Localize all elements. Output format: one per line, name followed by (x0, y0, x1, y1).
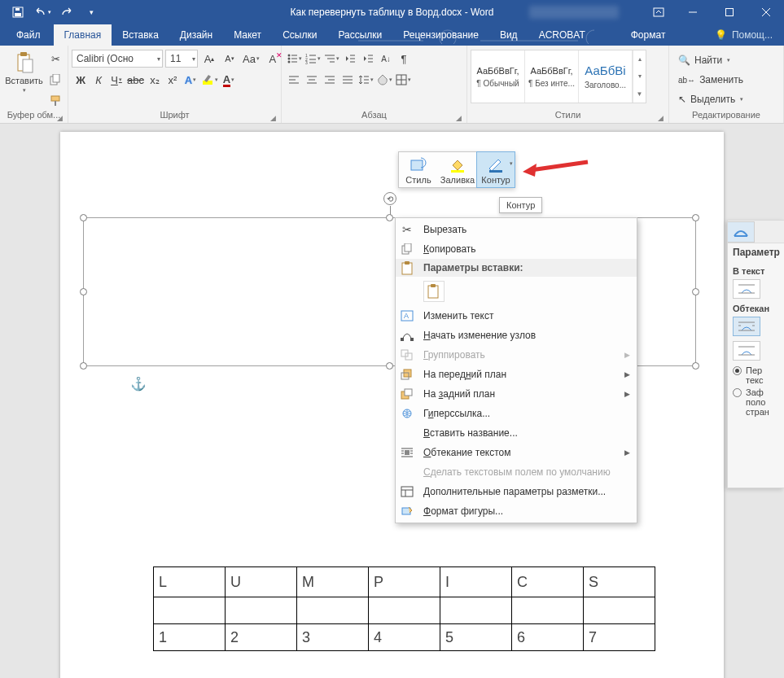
clear-formatting-button[interactable]: A✕ (264, 50, 282, 68)
resize-handle-tr[interactable] (692, 214, 699, 221)
styles-launcher[interactable]: ◢ (658, 114, 664, 122)
ctx-more-layout[interactable]: Дополнительные параметры разметки... (396, 482, 637, 501)
clipboard-launcher[interactable]: ◢ (57, 114, 63, 122)
shading-button[interactable]: ▾ (375, 71, 394, 89)
close-button[interactable] (747, 0, 784, 24)
svg-rect-10 (53, 74, 59, 82)
tab-file[interactable]: Файл (3, 24, 54, 46)
sort-button[interactable]: A↓ (377, 50, 395, 68)
tab-home[interactable]: Главная (54, 24, 112, 46)
ctx-copy[interactable]: Копировать (396, 239, 637, 259)
multilevel-button[interactable]: ▾ (322, 50, 341, 68)
redo-button[interactable] (55, 1, 78, 24)
paste-keep-source[interactable] (423, 281, 445, 302)
move-with-text-radio[interactable]: Пертекс (733, 365, 779, 385)
resize-handle-r[interactable] (692, 288, 699, 295)
tab-review[interactable]: Рецензирование (392, 24, 489, 46)
wrap-square[interactable] (733, 317, 760, 336)
styles-gallery[interactable]: АаБбВвГг,¶ Обычный АаБбВвГг,¶ Без инте..… (471, 50, 646, 103)
tab-mailings[interactable]: Рассылки (327, 24, 392, 46)
style-no-spacing[interactable]: АаБбВвГг,¶ Без инте... (525, 50, 579, 103)
tab-acrobat[interactable]: ACROBAT (528, 24, 596, 46)
select-button[interactable]: ↖Выделить▾ (676, 90, 746, 108)
italic-button[interactable]: К (90, 71, 107, 89)
ctx-caption[interactable]: Вставить название... (396, 423, 637, 443)
align-left-button[interactable] (285, 71, 303, 89)
resize-handle-b[interactable] (386, 362, 393, 370)
align-center-button[interactable] (303, 71, 321, 89)
superscript-button[interactable]: x² (164, 71, 182, 89)
copy-button[interactable] (46, 71, 64, 89)
numbering-button[interactable]: 123▾ (304, 50, 322, 68)
strike-button[interactable]: abc (125, 71, 146, 89)
underline-button[interactable]: Ч▾ (107, 71, 125, 89)
ctx-edit-points[interactable]: Начать изменение узлов (396, 326, 637, 345)
tab-format[interactable]: Формат (620, 24, 677, 46)
resize-handle-l[interactable] (80, 288, 87, 295)
borders-button[interactable]: ▾ (394, 71, 413, 89)
line-spacing-button[interactable]: ▾ (357, 71, 375, 89)
qat-customize[interactable]: ▾ (80, 1, 103, 24)
ctx-wrap[interactable]: Обтекание текстом▶ (396, 443, 637, 462)
indent-decrease-button[interactable] (341, 50, 359, 68)
align-justify-button[interactable] (339, 71, 357, 89)
paragraph-launcher[interactable]: ◢ (456, 114, 462, 122)
replace-button[interactable]: ab↔Заменить (676, 71, 746, 89)
tab-insert[interactable]: Вставка (112, 24, 169, 46)
tab-layout[interactable]: Макет (223, 24, 272, 46)
cut-button[interactable]: ✂ (46, 50, 64, 68)
font-launcher[interactable]: ◢ (270, 114, 276, 122)
ctx-format-shape[interactable]: Формат фигуры... (396, 501, 637, 521)
data-table[interactable]: LUMPICS 1234567 (153, 566, 655, 651)
ctx-hyperlink[interactable]: Гиперссылка... (396, 404, 637, 423)
change-case-button[interactable]: Aa▾ (241, 50, 261, 68)
tab-view[interactable]: Вид (489, 24, 528, 46)
indent-increase-button[interactable] (359, 50, 377, 68)
svg-rect-73 (405, 450, 410, 455)
undo-button[interactable]: ▾ (31, 1, 54, 24)
bullets-button[interactable]: ▾ (285, 50, 304, 68)
bold-button[interactable]: Ж (72, 71, 90, 89)
tab-design[interactable]: Дизайн (169, 24, 223, 46)
style-normal[interactable]: АаБбВвГг,¶ Обычный (471, 50, 525, 103)
copy-icon (399, 241, 415, 257)
resize-handle-bl[interactable] (80, 362, 87, 370)
paste-button[interactable]: Вставить ▾ (3, 50, 45, 95)
find-button[interactable]: 🔍Найти▾ (676, 51, 746, 69)
tell-me-search[interactable]: 💡Помощ... (703, 24, 784, 46)
ctx-bring-front[interactable]: На передний план▶ (396, 365, 637, 384)
styles-gallery-more[interactable]: ▴▾▼ (633, 50, 646, 103)
shrink-font-button[interactable]: A▾ (221, 50, 239, 68)
text-effects-button[interactable]: A▾ (182, 71, 199, 89)
rotate-handle[interactable]: ⟲ (383, 192, 396, 205)
ctx-edit-text[interactable]: AИзменить текст (396, 306, 637, 326)
mini-fill-button[interactable]: Заливка (438, 152, 477, 187)
resize-handle-tl[interactable] (80, 214, 87, 221)
save-button[interactable] (7, 1, 29, 24)
fix-position-radio[interactable]: Зафполостран (733, 387, 779, 417)
show-marks-button[interactable]: ¶ (395, 50, 413, 68)
resize-handle-br[interactable] (692, 362, 699, 370)
wrap-through[interactable] (733, 341, 760, 361)
tab-references[interactable]: Ссылки (272, 24, 327, 46)
align-right-button[interactable] (321, 71, 339, 89)
wrap-inline[interactable] (733, 279, 760, 299)
grow-font-button[interactable]: A▴ (200, 50, 218, 68)
format-painter-button[interactable] (46, 92, 64, 110)
style-heading1[interactable]: АаБбВіЗаголово... (579, 50, 633, 103)
ctx-cut[interactable]: ✂Вырезать (396, 220, 637, 239)
highlight-button[interactable]: ▾ (199, 71, 220, 89)
maximize-button[interactable] (711, 0, 747, 24)
font-color-button[interactable]: A▾ (220, 71, 238, 89)
ctx-send-back[interactable]: На задний план▶ (396, 384, 637, 404)
edit-points-icon (399, 327, 415, 343)
font-size-combo[interactable]: 11▾ (165, 50, 198, 68)
ribbon-display-options[interactable] (643, 0, 674, 24)
subscript-button[interactable]: x₂ (146, 71, 164, 89)
mini-style-button[interactable]: Стиль (399, 152, 438, 187)
font-name-combo[interactable]: Calibri (Осно▾ (72, 50, 163, 68)
mini-outline-button[interactable]: Контур▾ (476, 151, 515, 188)
resize-handle-t[interactable] (386, 214, 393, 221)
minimize-button[interactable] (674, 0, 711, 24)
layout-tab-icon[interactable] (727, 221, 755, 243)
